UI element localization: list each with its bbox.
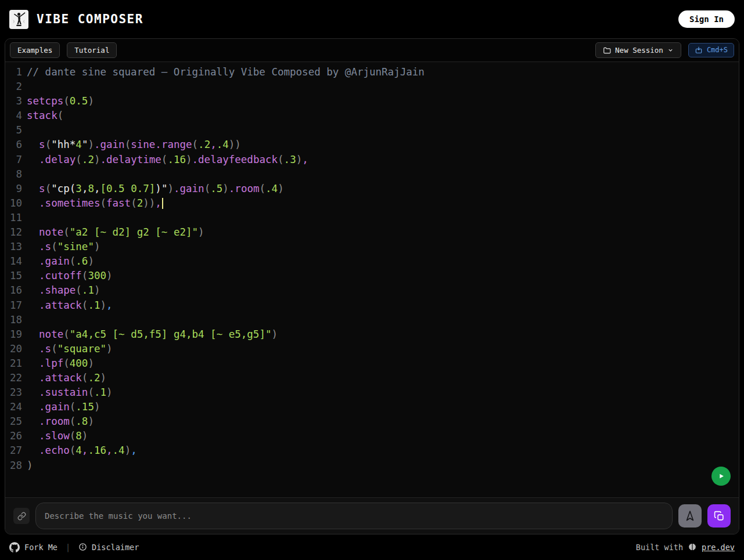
code-token: ( [63, 226, 70, 238]
code-line[interactable]: 16 .shape(.1) [5, 283, 739, 298]
line-number: 12 [5, 225, 22, 240]
code-token: .shape [39, 284, 76, 296]
code-token: ) [125, 445, 131, 456]
code-line[interactable]: 1// dante sine squared – Originally Vibe… [5, 65, 739, 80]
tutorial-button[interactable]: Tutorial [67, 42, 117, 59]
play-button[interactable] [711, 467, 731, 486]
code-line[interactable]: 28) [5, 458, 739, 473]
toolbar-left: Examples Tutorial [10, 42, 117, 59]
code-lines: 1// dante sine squared – Originally Vibe… [5, 65, 739, 473]
code-token: ) [88, 357, 94, 369]
code-token: ) [100, 299, 106, 311]
code-token [27, 445, 39, 456]
code-token: .2 [88, 372, 100, 384]
code-text: .echo(4,.16,.4), [22, 443, 137, 458]
line-number: 14 [5, 254, 22, 269]
code-token: ) [94, 154, 100, 165]
code-token: ) [186, 154, 192, 165]
code-token: ( [51, 343, 57, 355]
code-token [27, 197, 39, 209]
sign-in-button[interactable]: Sign In [678, 10, 735, 28]
code-text: .attack(.2) [22, 371, 106, 385]
code-line[interactable]: 3setcps(0.5) [5, 94, 739, 109]
info-icon [78, 543, 87, 551]
code-line[interactable]: 21 .lpf(400) [5, 356, 739, 371]
code-token: ( [70, 401, 76, 413]
line-number: 9 [5, 182, 22, 196]
code-token: .2 [82, 154, 94, 165]
save-button[interactable]: Cmd+S [688, 43, 734, 57]
code-line[interactable]: 13 .s("sine") [5, 240, 739, 254]
send-button[interactable] [678, 504, 702, 528]
save-icon [695, 46, 703, 54]
code-token: "sine" [57, 241, 94, 252]
code-line[interactable]: 19 note("a4,c5 [~ d5,f5] g4,b4 [~ e5,g5]… [5, 327, 739, 342]
code-token: .gain [94, 139, 125, 150]
prompt-bar [5, 497, 739, 534]
code-token: ( [70, 445, 76, 456]
line-number: 19 [5, 327, 22, 342]
disclaimer-link[interactable]: Disclaimer [78, 543, 139, 552]
code-token: 300 [88, 270, 106, 281]
code-line[interactable]: 18 [5, 313, 739, 327]
code-line[interactable]: 11 [5, 211, 739, 225]
code-line[interactable]: 12 note("a2 [~ d2] g2 [~ e2]") [5, 225, 739, 240]
code-token: .s [39, 343, 51, 355]
code-line[interactable]: 24 .gain(.15) [5, 400, 739, 414]
code-line[interactable]: 27 .echo(4,.16,.4), [5, 443, 739, 458]
code-token: ) [296, 154, 303, 165]
new-session-button[interactable]: New Session [595, 42, 681, 59]
footer-divider: | [66, 543, 70, 552]
code-line[interactable]: 4stack( [5, 109, 739, 123]
chevron-down-icon [667, 47, 674, 53]
code-token: ) [94, 241, 100, 252]
code-token: .1 [94, 386, 106, 398]
brand: VIBE COMPOSER [9, 10, 143, 29]
generate-button[interactable] [707, 504, 731, 528]
prompt-input[interactable] [35, 503, 673, 529]
code-editor[interactable]: 1// dante sine squared – Originally Vibe… [5, 62, 739, 497]
code-token: .cutoff [39, 270, 82, 281]
code-line[interactable]: 6 s("hh*4").gain(sine.range(.2,.4)) [5, 138, 739, 152]
line-number: 17 [5, 298, 22, 313]
code-line[interactable]: 25 .room(.8) [5, 414, 739, 429]
code-token: "square" [57, 343, 106, 355]
code-text: .slow(8) [22, 429, 88, 443]
code-token [27, 416, 39, 427]
code-token: 8 [88, 183, 94, 194]
code-token: ) [94, 401, 100, 413]
code-line[interactable]: 7 .delay(.2).delaytime(.16).delayfeedbac… [5, 153, 739, 167]
code-line[interactable]: 8 [5, 167, 739, 182]
code-line[interactable]: 20 .s("square") [5, 342, 739, 356]
code-token: ( [63, 357, 70, 369]
code-line[interactable]: 9 s("cp(3,8,[0.5 0.7])").gain(.5).room(.… [5, 182, 739, 196]
code-token: .4 [113, 445, 125, 456]
code-line[interactable]: 2 [5, 80, 739, 94]
code-line[interactable]: 5 [5, 123, 739, 138]
code-token: ( [100, 197, 106, 209]
code-line[interactable]: 10 .sometimes(fast(2)), [5, 196, 739, 211]
examples-button[interactable]: Examples [10, 42, 60, 59]
fork-me-link[interactable]: Fork Me [9, 542, 57, 552]
code-text: .s("sine") [22, 240, 100, 254]
code-token: ) [106, 343, 113, 355]
line-number: 15 [5, 269, 22, 283]
code-line[interactable]: 26 .slow(8) [5, 429, 739, 443]
code-token [27, 343, 39, 355]
line-number: 26 [5, 429, 22, 443]
code-token: ( [76, 284, 82, 296]
code-line[interactable]: 23 .sustain(.1) [5, 385, 739, 400]
code-token: s [39, 139, 45, 150]
code-line[interactable]: 17 .attack(.1), [5, 298, 739, 313]
code-line[interactable]: 15 .cutoff(300) [5, 269, 739, 283]
code-line[interactable]: 14 .gain(.6) [5, 254, 739, 269]
code-text: note("a2 [~ d2] g2 [~ e2]") [22, 225, 204, 240]
line-number: 25 [5, 414, 22, 429]
code-token: 8 [76, 430, 82, 442]
predev-link[interactable]: pre.dev [702, 543, 735, 552]
line-number: 7 [5, 153, 22, 167]
code-token: ( [204, 183, 211, 194]
code-token: ) [106, 386, 113, 398]
attach-link-button[interactable] [13, 508, 30, 524]
code-line[interactable]: 22 .attack(.2) [5, 371, 739, 385]
